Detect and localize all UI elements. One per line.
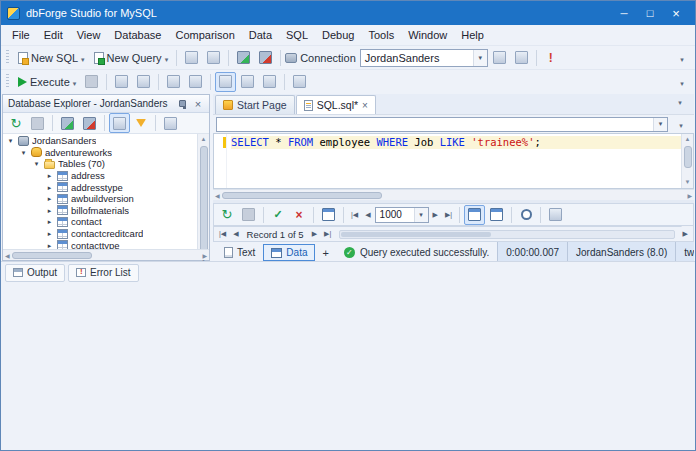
- last-page-icon[interactable]: [442, 211, 455, 219]
- execution-plan-icon[interactable]: [185, 72, 206, 92]
- scroll-thumb[interactable]: [200, 146, 208, 256]
- last-record-icon[interactable]: [321, 230, 334, 238]
- menu-item[interactable]: Comparison: [168, 27, 241, 43]
- expander-icon[interactable]: [45, 171, 54, 180]
- expander-icon[interactable]: [45, 206, 54, 215]
- menu-item[interactable]: Debug: [315, 27, 361, 43]
- tree-item[interactable]: adventureworks: [3, 147, 197, 159]
- tree-item[interactable]: addresstype: [3, 181, 197, 193]
- close-button[interactable]: [663, 4, 689, 23]
- toolbar-overflow-button[interactable]: [672, 48, 692, 68]
- connection-select[interactable]: JordanSanders: [360, 49, 488, 67]
- query-profiler-icon[interactable]: [163, 72, 184, 92]
- page-size-combo[interactable]: 1000: [375, 207, 429, 223]
- next-record-icon[interactable]: [309, 230, 320, 238]
- maximize-button[interactable]: [637, 4, 663, 23]
- toolbar-grip[interactable]: [6, 50, 9, 65]
- card-view-icon[interactable]: [486, 205, 507, 225]
- expander-icon[interactable]: [32, 159, 41, 168]
- sql-statement-line[interactable]: SELECT * FROM employee WHERE Job LIKE 't…: [231, 136, 681, 149]
- tree-item[interactable]: contact: [3, 216, 197, 228]
- minimize-button[interactable]: [611, 4, 637, 23]
- menu-item[interactable]: SQL: [279, 27, 315, 43]
- scroll-thumb[interactable]: [341, 232, 491, 237]
- editor-horizontal-scrollbar[interactable]: ◀ ▶: [213, 189, 694, 200]
- stop-icon[interactable]: [238, 205, 259, 225]
- scroll-right-icon[interactable]: ▶: [687, 192, 692, 199]
- tree-item[interactable]: awbuildversion: [3, 193, 197, 205]
- refresh-icon[interactable]: [217, 205, 237, 225]
- layout-vertical-icon[interactable]: [259, 72, 280, 92]
- connect-icon[interactable]: [57, 113, 78, 133]
- previous-page-icon[interactable]: [362, 211, 373, 219]
- document-tab[interactable]: SQL.sql*: [296, 95, 376, 114]
- close-panel-icon[interactable]: [192, 98, 204, 110]
- apply-icon[interactable]: [268, 205, 288, 225]
- menu-item[interactable]: Database: [107, 27, 168, 43]
- expander-icon[interactable]: [45, 183, 54, 192]
- group-by-type-icon[interactable]: [109, 113, 130, 133]
- tree-item[interactable]: Tables (70): [3, 158, 197, 170]
- results-pane-icon[interactable]: [215, 72, 236, 92]
- step-over-icon[interactable]: [133, 72, 154, 92]
- add-view-button[interactable]: +: [315, 244, 335, 261]
- revert-icon[interactable]: [289, 205, 309, 225]
- sql-warning-icon[interactable]: [541, 48, 561, 68]
- view-tab[interactable]: Text: [216, 244, 263, 261]
- tree-item[interactable]: contactcreditcard: [3, 228, 197, 240]
- window-split-button[interactable]: [671, 117, 691, 132]
- tree-item[interactable]: billofmaterials: [3, 205, 197, 217]
- scroll-left-icon[interactable]: ◀: [5, 252, 10, 259]
- menu-item[interactable]: Edit: [37, 27, 70, 43]
- options-icon[interactable]: [160, 113, 181, 133]
- scroll-left-icon[interactable]: ◀: [215, 192, 220, 199]
- edit-connection-icon[interactable]: [511, 48, 532, 68]
- find-icon[interactable]: [516, 205, 536, 225]
- scroll-right-icon[interactable]: ▶: [202, 252, 207, 259]
- scroll-up-icon[interactable]: ▲: [685, 135, 691, 144]
- scroll-up-icon[interactable]: ▲: [201, 135, 207, 144]
- menu-item[interactable]: File: [5, 27, 37, 43]
- first-record-icon[interactable]: [216, 230, 229, 238]
- menu-item[interactable]: Window: [401, 27, 454, 43]
- stop-icon[interactable]: [27, 113, 48, 133]
- previous-record-icon[interactable]: [230, 230, 241, 238]
- status-connection[interactable]: JordanSanders (8.0): [567, 242, 675, 263]
- debug-icon[interactable]: [111, 72, 132, 92]
- scroll-down-icon[interactable]: ▼: [685, 178, 691, 187]
- tree-item[interactable]: contacttype: [3, 239, 197, 249]
- expander-icon[interactable]: [45, 229, 54, 238]
- dock-tab[interactable]: Output: [5, 264, 65, 282]
- expander-icon[interactable]: [45, 217, 54, 226]
- tree-horizontal-scrollbar[interactable]: ◀ ▶: [3, 249, 209, 260]
- tab-list-button[interactable]: [670, 91, 690, 111]
- new-sql-button[interactable]: New SQL: [14, 48, 89, 68]
- export-icon[interactable]: [545, 205, 566, 225]
- grid-view-icon[interactable]: [464, 205, 485, 225]
- dock-tab[interactable]: Error List: [68, 264, 139, 282]
- editor-code-area[interactable]: SELECT * FROM employee WHERE Job LIKE 't…: [227, 134, 681, 188]
- options-icon[interactable]: [289, 72, 310, 92]
- refresh-icon[interactable]: [6, 113, 26, 133]
- scroll-thumb[interactable]: [12, 252, 92, 259]
- document-database-combo[interactable]: [216, 117, 668, 132]
- tree-vertical-scrollbar[interactable]: ▲ ▼: [197, 134, 209, 249]
- toolbar-overflow-button[interactable]: [672, 72, 692, 92]
- filter-icon[interactable]: [131, 113, 151, 133]
- editor-vertical-scrollbar[interactable]: ▲ ▼: [681, 134, 693, 188]
- disconnect-icon[interactable]: [255, 48, 276, 68]
- toolbar-grip[interactable]: [6, 74, 9, 89]
- view-tab[interactable]: Data: [263, 244, 315, 261]
- grid-options-icon[interactable]: [318, 205, 339, 225]
- tree-item[interactable]: address: [3, 170, 197, 182]
- layout-horizontal-icon[interactable]: [237, 72, 258, 92]
- close-tab-icon[interactable]: [362, 99, 368, 111]
- menu-item[interactable]: Help: [454, 27, 491, 43]
- next-page-icon[interactable]: [430, 211, 441, 219]
- expander-icon[interactable]: [45, 194, 54, 203]
- tree-item[interactable]: JordanSanders: [3, 135, 197, 147]
- new-connection-icon[interactable]: [489, 48, 510, 68]
- menu-item[interactable]: Tools: [361, 27, 401, 43]
- disconnect-icon[interactable]: [79, 113, 100, 133]
- menu-item[interactable]: View: [70, 27, 108, 43]
